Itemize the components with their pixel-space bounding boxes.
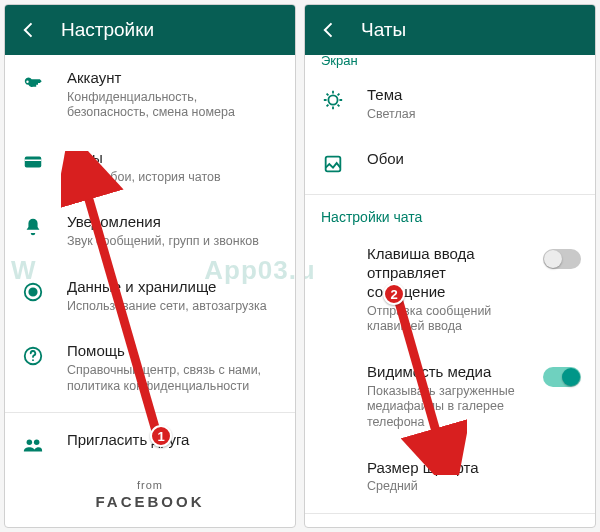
row-title: Обои [367, 150, 579, 169]
row-subtitle: Светлая [367, 107, 579, 123]
from-facebook: from FACEBOOK [5, 471, 295, 520]
theme-icon [321, 88, 345, 112]
svg-point-8 [328, 95, 337, 104]
section-header-chat: Настройки чата [305, 199, 595, 231]
row-title: Уведомления [67, 213, 279, 232]
settings-screen: Настройки Аккаунт Конфиденциальность, бе… [4, 4, 296, 528]
svg-rect-0 [25, 157, 42, 168]
svg-point-6 [34, 440, 39, 446]
row-subtitle: Справочный центр, связь с нами, политика… [67, 363, 279, 394]
divider [305, 513, 595, 514]
wallpaper-icon [321, 152, 345, 176]
row-subtitle: Конфиденциальность, безопасность, смена … [67, 90, 279, 121]
tutorial-badge-2: 2 [383, 283, 405, 305]
row-subtitle: Отправка сообщений клавишей ввода [367, 304, 515, 335]
row-subtitle: Средний [367, 479, 579, 495]
settings-row-help[interactable]: Помощь Справочный центр, связь с нами, п… [5, 328, 295, 408]
chats-row-enter-send[interactable]: Клавиша ввода отправляет сообщение Отпра… [305, 231, 595, 349]
row-title: Тема [367, 86, 579, 105]
key-icon [21, 71, 45, 95]
svg-point-5 [27, 440, 32, 446]
section-header-display: Экран [305, 55, 595, 72]
chats-row-backup[interactable]: Резервная копия чатов [305, 518, 595, 527]
divider [305, 194, 595, 195]
row-subtitle: Звук сообщений, групп и звонков [67, 234, 279, 250]
tutorial-badge-1: 1 [150, 425, 172, 447]
row-title: Размер шрифта [367, 459, 579, 478]
appbar: Настройки [5, 5, 295, 55]
row-title: Видимость медиа [367, 363, 515, 382]
divider [5, 412, 295, 413]
facebook-label: FACEBOOK [5, 493, 295, 510]
back-icon[interactable] [19, 20, 39, 40]
toggle-enter-send[interactable] [543, 249, 581, 269]
svg-point-4 [32, 359, 34, 361]
page-title: Настройки [61, 19, 154, 41]
settings-row-data[interactable]: Данные и хранилище Использование сети, а… [5, 264, 295, 328]
from-label: from [5, 479, 295, 491]
appbar: Чаты [305, 5, 595, 55]
chats-row-font-size[interactable]: Размер шрифта Средний [305, 445, 595, 509]
data-icon [21, 280, 45, 304]
chats-row-theme[interactable]: Тема Светлая [305, 72, 595, 136]
chats-settings-screen: Чаты Экран Тема Светлая Обои Настройки ч… [304, 4, 596, 528]
svg-point-2 [29, 288, 36, 295]
chats-row-media-visibility[interactable]: Видимость медиа Показывать загруженные м… [305, 349, 595, 445]
row-title: Аккаунт [67, 69, 279, 88]
row-subtitle: Использование сети, автозагрузка [67, 299, 279, 315]
row-title: Помощь [67, 342, 279, 361]
help-icon [21, 344, 45, 368]
row-subtitle: Тема, обои, история чатов [67, 170, 279, 186]
settings-row-chats[interactable]: Чаты Тема, обои, история чатов [5, 135, 295, 199]
page-title: Чаты [361, 19, 406, 41]
row-title: Пригласить друга [67, 431, 279, 450]
chats-row-wallpaper[interactable]: Обои [305, 136, 595, 190]
back-icon[interactable] [319, 20, 339, 40]
toggle-media-visibility[interactable] [543, 367, 581, 387]
row-title: Данные и хранилище [67, 278, 279, 297]
settings-row-account[interactable]: Аккаунт Конфиденциальность, безопасность… [5, 55, 295, 135]
settings-row-notifications[interactable]: Уведомления Звук сообщений, групп и звон… [5, 199, 295, 263]
row-title: Чаты [67, 149, 279, 168]
chats-settings-list: Экран Тема Светлая Обои Настройки чата К… [305, 55, 595, 527]
row-subtitle: Показывать загруженные медиафайлы в гале… [367, 384, 515, 431]
bell-icon [21, 215, 45, 239]
people-icon [21, 433, 45, 457]
chat-icon [21, 151, 45, 175]
settings-list: Аккаунт Конфиденциальность, безопасность… [5, 55, 295, 527]
settings-row-invite[interactable]: Пригласить друга [5, 417, 295, 471]
